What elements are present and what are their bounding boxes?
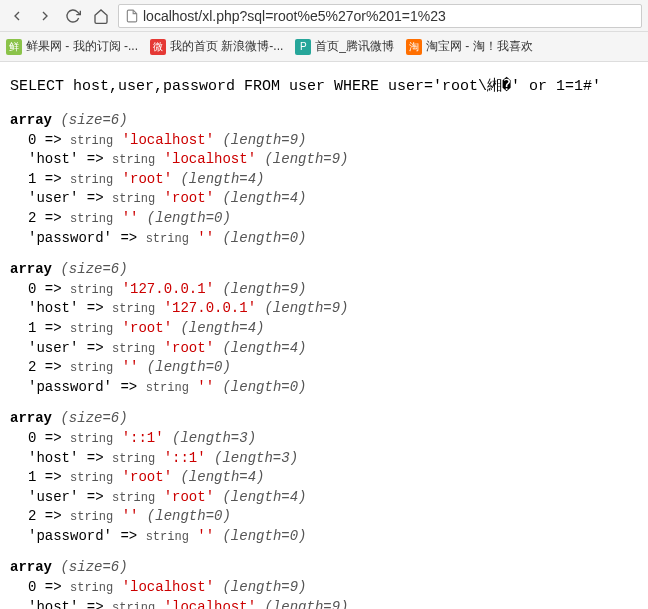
array-row: 2 => string '' (length=0) — [10, 507, 638, 527]
bookmark-label: 鲜果网 - 我的订阅 -... — [26, 38, 138, 55]
bookmarks-bar: 鲜鲜果网 - 我的订阅 -...微我的首页 新浪微博-...P首页_腾讯微博淘淘… — [0, 32, 648, 62]
array-dump: array (size=6)0 => string '::1' (length=… — [10, 409, 638, 546]
bookmark-item[interactable]: 鲜鲜果网 - 我的订阅 -... — [6, 38, 138, 55]
array-row: 'password' => string '' (length=0) — [10, 229, 638, 249]
array-header: array (size=6) — [10, 558, 638, 578]
bookmark-favicon: 淘 — [406, 39, 422, 55]
array-row: 'host' => string '127.0.0.1' (length=9) — [10, 299, 638, 319]
array-row: 'password' => string '' (length=0) — [10, 378, 638, 398]
array-row: 'password' => string '' (length=0) — [10, 527, 638, 547]
url-text: localhost/xl.php?sql=root%e5%27or%201=1%… — [143, 8, 446, 24]
array-row: 'host' => string '::1' (length=3) — [10, 449, 638, 469]
home-button[interactable] — [90, 5, 112, 27]
bookmark-item[interactable]: 微我的首页 新浪微博-... — [150, 38, 283, 55]
url-bar[interactable]: localhost/xl.php?sql=root%e5%27or%201=1%… — [118, 4, 642, 28]
array-dump: array (size=6)0 => string '127.0.0.1' (l… — [10, 260, 638, 397]
bookmark-item[interactable]: P首页_腾讯微博 — [295, 38, 394, 55]
array-row: 'user' => string 'root' (length=4) — [10, 339, 638, 359]
array-row: 0 => string 'localhost' (length=9) — [10, 131, 638, 151]
back-button[interactable] — [6, 5, 28, 27]
array-row: 0 => string 'localhost' (length=9) — [10, 578, 638, 598]
page-content: SELECT host,user,password FROM user WHER… — [0, 62, 648, 609]
array-header: array (size=6) — [10, 409, 638, 429]
browser-toolbar: localhost/xl.php?sql=root%e5%27or%201=1%… — [0, 0, 648, 32]
array-row: 'host' => string 'localhost' (length=9) — [10, 150, 638, 170]
forward-button[interactable] — [34, 5, 56, 27]
array-dump: array (size=6)0 => string 'localhost' (l… — [10, 558, 638, 609]
array-row: 0 => string '127.0.0.1' (length=9) — [10, 280, 638, 300]
bookmark-favicon: P — [295, 39, 311, 55]
bookmark-favicon: 鲜 — [6, 39, 22, 55]
array-header: array (size=6) — [10, 111, 638, 131]
array-row: 0 => string '::1' (length=3) — [10, 429, 638, 449]
bookmark-favicon: 微 — [150, 39, 166, 55]
array-row: 2 => string '' (length=0) — [10, 209, 638, 229]
array-row: 1 => string 'root' (length=4) — [10, 170, 638, 190]
bookmark-label: 我的首页 新浪微博-... — [170, 38, 283, 55]
array-row: 2 => string '' (length=0) — [10, 358, 638, 378]
array-dump: array (size=6)0 => string 'localhost' (l… — [10, 111, 638, 248]
sql-query: SELECT host,user,password FROM user WHER… — [10, 76, 638, 97]
page-icon — [125, 9, 139, 23]
array-row: 1 => string 'root' (length=4) — [10, 468, 638, 488]
bookmark-item[interactable]: 淘淘宝网 - 淘！我喜欢 — [406, 38, 533, 55]
array-row: 'user' => string 'root' (length=4) — [10, 488, 638, 508]
bookmark-label: 淘宝网 - 淘！我喜欢 — [426, 38, 533, 55]
array-row: 'user' => string 'root' (length=4) — [10, 189, 638, 209]
array-header: array (size=6) — [10, 260, 638, 280]
array-row: 1 => string 'root' (length=4) — [10, 319, 638, 339]
array-row: 'host' => string 'localhost' (length=9) — [10, 598, 638, 609]
bookmark-label: 首页_腾讯微博 — [315, 38, 394, 55]
reload-button[interactable] — [62, 5, 84, 27]
arrays-container: array (size=6)0 => string 'localhost' (l… — [10, 111, 638, 609]
